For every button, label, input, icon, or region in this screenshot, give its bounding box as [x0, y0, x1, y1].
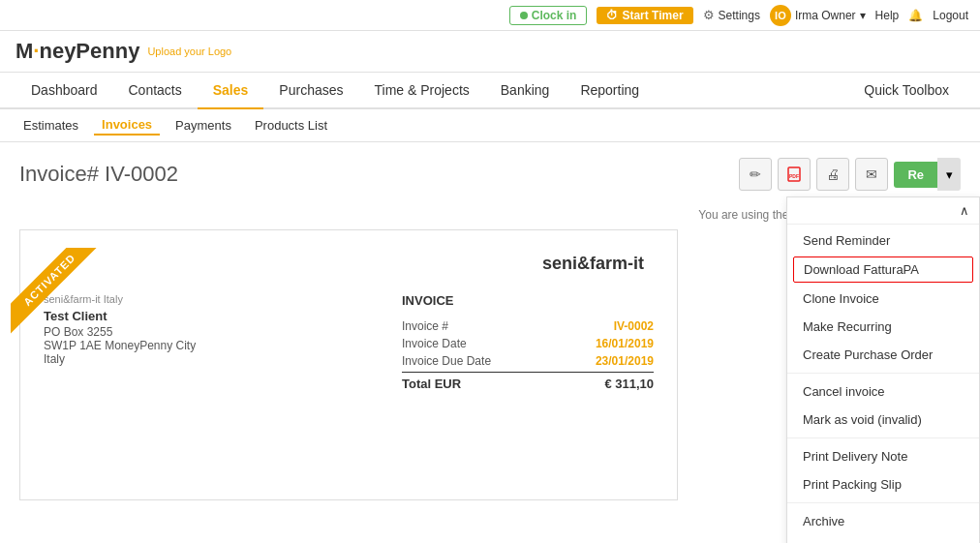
clone-invoice-item[interactable]: Clone Invoice	[787, 285, 979, 313]
invoice-total-row: Total EUR € 311,10	[402, 372, 654, 391]
svg-text:PDF: PDF	[789, 173, 799, 179]
subnav-products-list[interactable]: Products List	[247, 116, 335, 135]
nav-contacts[interactable]: Contacts	[113, 73, 198, 107]
pdf-button[interactable]: PDF	[778, 158, 811, 191]
invoice-date-val: 16/01/2019	[576, 337, 654, 350]
nav-sales[interactable]: Sales	[198, 73, 264, 109]
user-initials: IO	[775, 10, 786, 21]
dropdown-section-2: Cancel invoice Mark as void (invalid)	[787, 377, 979, 434]
invoice-toolbar: ✏ PDF 🖨 ✉ Re ▾	[739, 158, 961, 191]
divider-1	[787, 373, 979, 374]
upload-logo-link[interactable]: Upload your Logo	[147, 45, 231, 57]
subnav-payments[interactable]: Payments	[168, 116, 239, 135]
dropdown-collapse[interactable]: ∧	[787, 197, 979, 225]
cancel-invoice-item[interactable]: Cancel invoice	[787, 377, 979, 406]
client-address1: PO Box 3255	[44, 325, 196, 339]
invoice-preview: ACTIVATED seni&farm-it seni&farm-it Ital…	[19, 229, 678, 500]
divider-2	[787, 437, 979, 438]
logout-label: Logout	[933, 9, 968, 22]
invoice-due-date-row: Invoice Due Date 23/01/2019	[402, 354, 654, 368]
settings-link[interactable]: ⚙ Settings	[703, 8, 760, 22]
client-address2: SW1P 1AE MoneyPenny City	[44, 339, 196, 352]
nav-quick-toolbox[interactable]: Quick Toolbox	[848, 73, 965, 107]
client-name: Test Client	[44, 309, 196, 323]
dropdown-section-3: Print Delivery Note Print Packing Slip	[787, 442, 979, 498]
archive-item[interactable]: Archive	[787, 507, 979, 535]
invoice-total-value: € 311,10	[604, 377, 654, 391]
email-button[interactable]: ✉	[855, 158, 888, 191]
pdf-icon: PDF	[787, 166, 801, 182]
nav-time-projects[interactable]: Time & Projects	[359, 73, 485, 107]
record-payment-group: Re ▾	[894, 158, 961, 191]
invoice-label: INVOICE	[402, 293, 453, 308]
nav-dashboard[interactable]: Dashboard	[15, 73, 113, 107]
dropdown-section-1: Send Reminder Download FatturaPA Clone I…	[787, 226, 979, 369]
client-country: Italy	[44, 352, 196, 366]
start-timer-label: Start Timer	[622, 9, 683, 22]
sub-nav: Estimates Invoices Payments Products Lis…	[0, 109, 980, 142]
invoice-due-date-key: Invoice Due Date	[402, 354, 491, 368]
clock-in-button[interactable]: Clock in	[509, 6, 588, 25]
print-packing-slip-item[interactable]: Print Packing Slip	[787, 470, 979, 498]
logout-link[interactable]: Logout	[933, 9, 968, 22]
print-delivery-note-item[interactable]: Print Delivery Note	[787, 442, 979, 470]
divider-3	[787, 502, 979, 503]
nav-reporting[interactable]: Reporting	[565, 73, 655, 107]
invoice-body: seni&farm-it Italy Test Client PO Box 32…	[44, 293, 654, 391]
record-payment-label: Re	[907, 167, 924, 182]
gear-icon: ⚙	[703, 8, 715, 22]
main-nav: Dashboard Contacts Sales Purchases Time …	[0, 73, 980, 109]
create-purchase-order-item[interactable]: Create Purchase Order	[787, 341, 979, 369]
invoice-date-key: Invoice Date	[402, 337, 467, 350]
more-options-button[interactable]: ▾	[937, 158, 961, 191]
help-label: Help	[875, 9, 900, 22]
download-fatturapa-item[interactable]: Download FatturaPA	[793, 256, 973, 283]
invoice-number-key: Invoice #	[402, 319, 448, 333]
nav-purchases[interactable]: Purchases	[263, 73, 358, 107]
notification-icon[interactable]: 🔔	[908, 9, 923, 22]
clock-in-label: Clock in	[532, 9, 577, 22]
edit-button[interactable]: ✏	[739, 158, 772, 191]
print-button[interactable]: 🖨	[816, 158, 849, 191]
invoice-total-label: Total EUR	[402, 377, 461, 391]
logo[interactable]: M·neyPenny	[15, 39, 139, 64]
user-dropdown-icon: ▾	[860, 9, 866, 22]
invoice-number-val: IV-0002	[576, 319, 654, 333]
company-name-header: seni&farm-it	[542, 254, 644, 274]
settings-label: Settings	[719, 9, 760, 22]
page-content: Invoice# IV-0002 ✏ PDF 🖨 ✉ Re ▾ You are …	[0, 142, 980, 516]
client-company: seni&farm-it Italy	[44, 293, 196, 305]
logo-bar: M·neyPenny Upload your Logo	[0, 31, 980, 73]
clock-in-dot	[520, 12, 528, 19]
dropdown-menu: ∧ Send Reminder Download FatturaPA Clone…	[786, 196, 980, 543]
mark-as-void-item[interactable]: Mark as void (invalid)	[787, 406, 979, 434]
nav-banking[interactable]: Banking	[485, 73, 566, 107]
dropdown-section-4: Archive Delete Clear History	[787, 507, 979, 543]
record-payment-button[interactable]: Re	[894, 162, 937, 188]
timer-icon: ⏱	[606, 9, 618, 22]
invoice-due-date-val: 23/01/2019	[576, 354, 654, 368]
delete-item[interactable]: Delete	[787, 535, 979, 543]
send-reminder-item[interactable]: Send Reminder	[787, 226, 979, 255]
subnav-invoices[interactable]: Invoices	[94, 115, 160, 136]
subnav-estimates[interactable]: Estimates	[15, 116, 86, 135]
top-bar: Clock in ⏱ Start Timer ⚙ Settings IO Irm…	[0, 0, 980, 31]
collapse-icon: ∧	[960, 203, 969, 218]
avatar: IO	[770, 5, 791, 26]
user-name-label: Irma Owner	[795, 9, 856, 22]
start-timer-button[interactable]: ⏱ Start Timer	[597, 7, 692, 24]
user-menu[interactable]: IO Irma Owner ▾	[770, 5, 866, 26]
make-recurring-item[interactable]: Make Recurring	[787, 313, 979, 341]
page-title: Invoice# IV-0002	[19, 162, 178, 187]
invoice-date-row: Invoice Date 16/01/2019	[402, 337, 654, 350]
invoice-number-row: Invoice # IV-0002	[402, 319, 654, 333]
invoice-details: INVOICE Invoice # IV-0002 Invoice Date 1…	[402, 293, 654, 391]
client-info: seni&farm-it Italy Test Client PO Box 32…	[44, 293, 196, 366]
help-link[interactable]: Help	[875, 9, 900, 22]
